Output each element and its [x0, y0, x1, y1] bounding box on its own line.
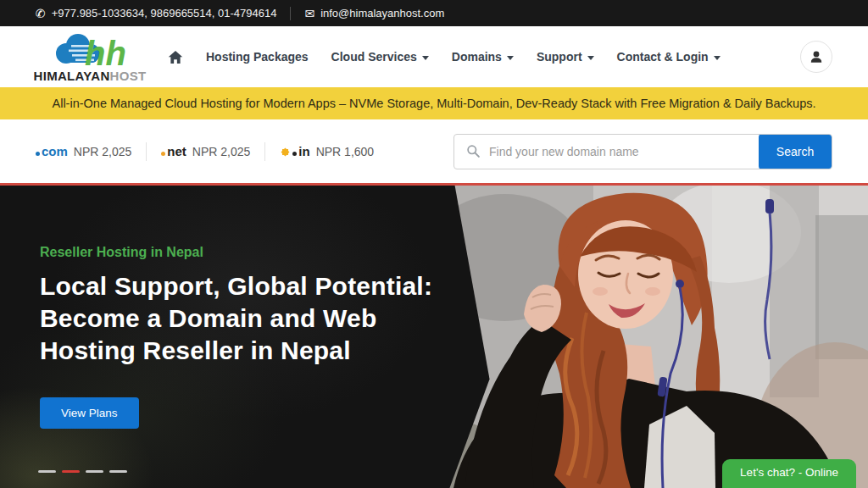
hero-kicker: Reseller Hosting in Nepal — [40, 245, 432, 260]
tld-price: NPR 2,025 — [74, 145, 131, 158]
user-icon — [808, 48, 825, 65]
tld-item-net: net NPR 2,025 — [161, 144, 250, 158]
promo-banner: All-in-One Managed Cloud Hosting for Mod… — [0, 87, 868, 119]
dot-icon — [292, 152, 297, 156]
phone-numbers: +977.985-1033634, 9869665514, 01-4794614 — [52, 7, 277, 19]
search-icon — [466, 144, 481, 158]
chevron-down-icon — [714, 56, 721, 60]
phone-icon: ✆ — [36, 8, 46, 19]
tld-item-in: in NPR 1,600 — [280, 144, 374, 158]
nav-label: Domains — [452, 50, 502, 64]
nav-item-hosting-packages[interactable]: Hosting Packages — [206, 50, 309, 64]
tld-name: in — [292, 144, 309, 158]
star-icon — [280, 147, 291, 158]
live-chat-button[interactable]: Let's chat? - Online — [722, 459, 856, 488]
nav-home[interactable] — [168, 50, 183, 64]
carousel-dash-3[interactable] — [86, 470, 103, 473]
dot-icon — [161, 152, 165, 156]
slide-indicators — [38, 470, 127, 473]
tld-price-list: com NPR 2,025 net NPR 2,025 in NPR 1,600 — [36, 142, 374, 161]
chevron-down-icon — [587, 56, 594, 60]
topbar-phone[interactable]: ✆ +977.985-1033634, 9869665514, 01-47946… — [36, 7, 276, 19]
main-nav: Hosting Packages Cloud Services Domains … — [168, 50, 721, 64]
tld-item-com: com NPR 2,025 — [36, 144, 131, 158]
carousel-dash-4[interactable] — [109, 470, 127, 473]
hero-content: Reseller Hosting in Nepal Local Support,… — [40, 245, 432, 429]
brand-primary: HIMALAYAN — [34, 69, 110, 83]
tld-price: NPR 1,600 — [316, 145, 374, 158]
hero-photo-support-agent — [432, 186, 868, 488]
tld-name: net — [161, 144, 186, 158]
topbar-email[interactable]: ✉ info@himalayanhost.com — [304, 7, 444, 19]
hero-slider: Reseller Hosting in Nepal Local Support,… — [0, 186, 868, 488]
chevron-down-icon — [422, 56, 429, 60]
email-address: info@himalayanhost.com — [320, 7, 444, 19]
topbar-divider — [290, 7, 291, 20]
nav-label: Support — [537, 50, 582, 64]
nav-item-cloud-services[interactable]: Cloud Services — [331, 50, 429, 64]
logo[interactable]: hh HIMALAYANHOST — [36, 31, 144, 83]
tld-price: NPR 2,025 — [192, 145, 250, 158]
view-plans-button[interactable]: View Plans — [40, 397, 139, 429]
header: hh HIMALAYANHOST Hosting Packages Cloud … — [0, 26, 868, 87]
carousel-dash-2-active[interactable] — [62, 470, 80, 473]
nav-label: Cloud Services — [331, 50, 417, 64]
chevron-down-icon — [507, 56, 514, 60]
carousel-dash-1[interactable] — [38, 470, 56, 473]
dot-icon — [36, 152, 40, 156]
domain-search-button[interactable]: Search — [759, 134, 832, 169]
hero-title-line: Hosting Reseller in Nepal — [40, 335, 432, 367]
promo-text: All-in-One Managed Cloud Hosting for Mod… — [53, 97, 816, 110]
nav-item-contact-login[interactable]: Contact & Login — [617, 50, 721, 64]
brand-name: HIMALAYANHOST — [34, 69, 147, 83]
nav-label: Contact & Login — [617, 50, 709, 64]
nav-label: Hosting Packages — [206, 50, 309, 64]
home-icon — [168, 50, 183, 64]
svg-text:hh: hh — [85, 35, 126, 70]
brand-secondary: HOST — [110, 69, 147, 83]
logo-cloud-icon: hh — [49, 31, 131, 70]
mail-icon: ✉ — [304, 8, 314, 19]
domain-bar: com NPR 2,025 net NPR 2,025 in NPR 1,600 — [0, 119, 868, 183]
domain-search-input[interactable] — [489, 135, 759, 169]
nav-item-support[interactable]: Support — [537, 50, 594, 64]
hero-title: Local Support, Global Potential: Become … — [40, 270, 432, 367]
topbar: ✆ +977.985-1033634, 9869665514, 01-47946… — [0, 0, 868, 26]
domain-search-box: Search — [453, 134, 832, 169]
divider — [146, 142, 147, 161]
divider — [264, 142, 265, 161]
hero-title-line: Local Support, Global Potential: — [40, 270, 432, 302]
tld-name: com — [36, 144, 68, 158]
account-button[interactable] — [800, 41, 832, 73]
nav-item-domains[interactable]: Domains — [452, 50, 514, 64]
hero-title-line: Become a Domain and Web — [40, 302, 432, 335]
